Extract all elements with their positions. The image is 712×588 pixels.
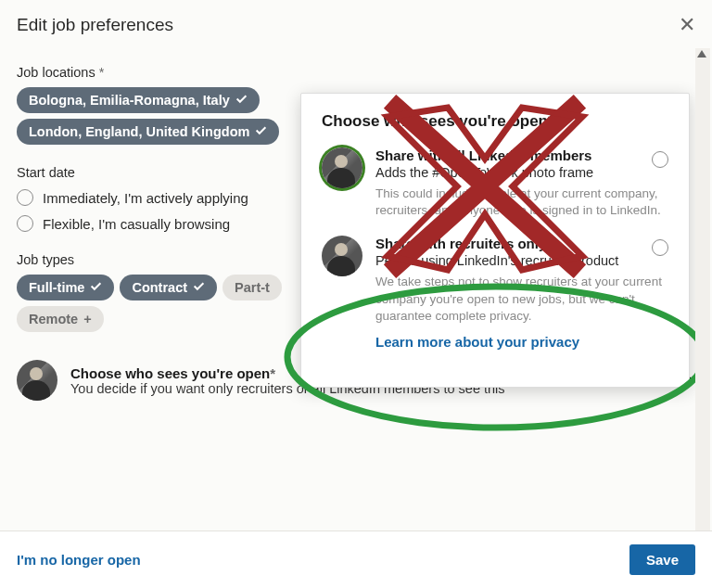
locations-label: Job locations * [17, 65, 695, 80]
popup-title: Choose who sees you're open* [322, 112, 668, 131]
option-recruiters-only[interactable]: Share with recruiters only People using … [322, 236, 668, 350]
privacy-link[interactable]: Learn more about your privacy [375, 334, 579, 350]
radio-icon [652, 151, 668, 168]
check-icon [235, 93, 248, 108]
scrollbar[interactable] [695, 48, 710, 542]
avatar [17, 360, 57, 401]
close-icon[interactable]: ✕ [679, 13, 695, 37]
location-chips: Bologna, Emilia-Romagna, Italy London, E… [17, 87, 323, 145]
jobtype-contract[interactable]: Contract [120, 275, 217, 300]
jobtype-chips: Full-time Contract Part-t Remote + [17, 275, 323, 332]
check-icon [255, 124, 267, 139]
check-icon [193, 280, 205, 295]
avatar [322, 236, 362, 276]
modal-title: Edit job preferences [17, 15, 173, 35]
plus-icon: + [83, 312, 91, 326]
location-chip[interactable]: London, England, United Kingdom [17, 119, 279, 145]
save-button[interactable]: Save [629, 544, 695, 575]
check-icon [90, 280, 102, 295]
visibility-popup: Choose who sees you're open* Share with … [300, 93, 690, 388]
radio-icon [17, 215, 33, 232]
avatar-opentowork [322, 147, 362, 188]
no-longer-open-link[interactable]: I'm no longer open [17, 552, 141, 568]
jobtype-fulltime[interactable]: Full-time [17, 275, 114, 300]
jobtype-remote[interactable]: Remote + [17, 306, 104, 332]
location-chip[interactable]: Bologna, Emilia-Romagna, Italy [17, 87, 260, 113]
jobtype-parttime[interactable]: Part-t [222, 275, 282, 300]
radio-icon [17, 189, 33, 206]
option-all-members[interactable]: Share with all LinkedIn members Adds the… [322, 147, 668, 219]
